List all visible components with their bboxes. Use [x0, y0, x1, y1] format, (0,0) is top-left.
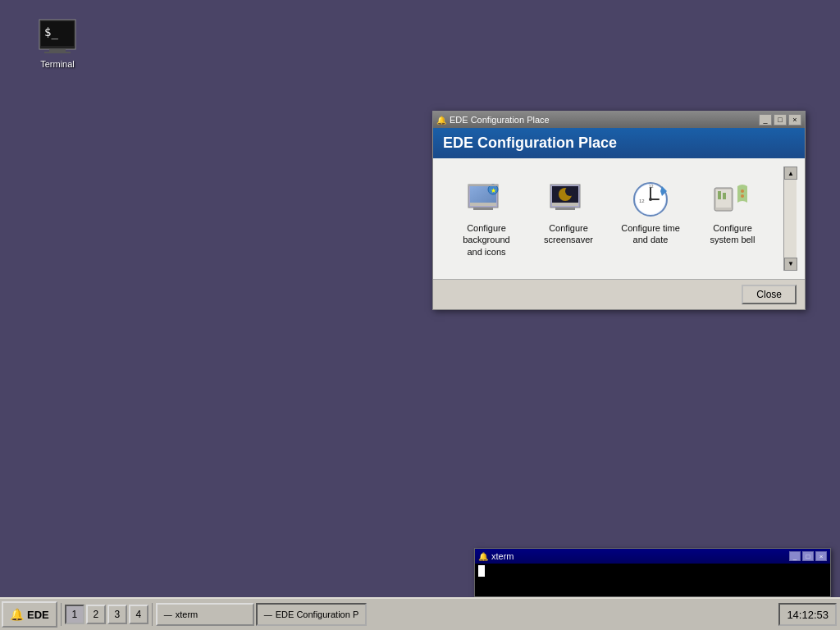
- task-buttons: — xterm — EDE Configuration P: [156, 603, 778, 626]
- scroll-area: ★ Configure background and icons: [441, 167, 783, 271]
- svg-point-16: [565, 186, 575, 196]
- svg-text:★: ★: [491, 187, 496, 194]
- workspace-buttons: 1 2 3 4: [65, 605, 148, 624]
- scroll-down-button[interactable]: ▼: [784, 258, 797, 271]
- terminal-desktop-icon[interactable]: $_ Terminal: [29, 16, 86, 69]
- close-button-titlebar[interactable]: ×: [788, 114, 801, 126]
- start-button[interactable]: 🔔 EDE: [2, 601, 57, 628]
- svg-point-30: [741, 189, 744, 193]
- configure-time-icon[interactable]: 12 12 Configure time and date: [614, 175, 687, 262]
- svg-point-31: [741, 194, 744, 198]
- workspace-2[interactable]: 2: [86, 605, 106, 624]
- close-button[interactable]: Close: [742, 285, 797, 304]
- window-header-title: EDE Configuration Place: [443, 135, 617, 151]
- task-xterm[interactable]: — xterm: [156, 603, 254, 626]
- task-ede-label: EDE Configuration P: [276, 609, 359, 619]
- svg-rect-12: [468, 185, 498, 186]
- xterm-titlebar: 🔔 xterm _ □ ×: [475, 549, 830, 564]
- svg-rect-4: [44, 52, 71, 53]
- scrollbar-thumb[interactable]: [784, 180, 797, 258]
- workspace-4[interactable]: 4: [129, 605, 148, 624]
- taskbar-clock: 14:12:53: [778, 603, 837, 626]
- window-titlebar: 🔔 EDE Configuration Place _ □ ×: [433, 112, 805, 128]
- window-header-bar: EDE Configuration Place: [433, 128, 805, 158]
- xterm-cursor: [478, 565, 485, 577]
- window-title-icon: 🔔: [436, 116, 446, 125]
- task-ede-icon: —: [264, 610, 272, 619]
- svg-text:12: 12: [639, 199, 645, 203]
- xterm-title-icon: 🔔: [478, 552, 488, 561]
- xterm-maximize-button[interactable]: □: [802, 551, 814, 561]
- svg-point-23: [649, 198, 652, 201]
- svg-rect-3: [49, 49, 66, 52]
- xterm-controls: _ □ ×: [789, 551, 827, 561]
- scroll-up-button[interactable]: ▲: [784, 167, 797, 180]
- task-xterm-icon: —: [164, 610, 172, 619]
- xterm-title-text: xterm: [491, 551, 514, 561]
- terminal-icon-label: Terminal: [40, 59, 75, 69]
- taskbar-separator-1: [61, 603, 62, 626]
- configure-background-icon[interactable]: ★ Configure background and icons: [450, 175, 523, 262]
- window-controls: _ □ ×: [759, 114, 801, 126]
- xterm-close-button[interactable]: ×: [815, 551, 827, 561]
- configure-bell-icon[interactable]: Configure system bell: [696, 175, 769, 262]
- xterm-minimize-button[interactable]: _: [789, 551, 801, 561]
- minimize-button[interactable]: _: [759, 114, 772, 126]
- svg-text:$_: $_: [44, 25, 58, 39]
- svg-rect-29: [723, 193, 726, 199]
- svg-rect-8: [470, 203, 496, 206]
- configure-time-label: Configure time and date: [619, 222, 682, 246]
- svg-rect-9: [473, 208, 493, 210]
- xterm-window: 🔔 xterm _ □ ×: [474, 548, 831, 597]
- configure-screensaver-icon[interactable]: Configure screensaver: [532, 175, 605, 262]
- svg-rect-18: [555, 208, 575, 210]
- configure-bell-label: Configure system bell: [701, 222, 765, 246]
- configure-screensaver-label: Configure screensaver: [536, 222, 600, 246]
- configure-background-label: Configure background and icons: [454, 222, 518, 258]
- taskbar-separator-2: [152, 603, 153, 626]
- xterm-content: [475, 564, 830, 596]
- workspace-3[interactable]: 3: [107, 605, 127, 624]
- workspace-1[interactable]: 1: [65, 605, 84, 624]
- terminal-icon-image: $_: [38, 16, 77, 56]
- ede-config-window: 🔔 EDE Configuration Place _ □ × EDE Conf…: [432, 111, 806, 310]
- xterm-title-left: 🔔 xterm: [478, 551, 514, 561]
- svg-text:12: 12: [649, 184, 654, 189]
- task-xterm-label: xterm: [176, 609, 199, 619]
- scrollbar: ▲ ▼: [783, 167, 797, 271]
- maximize-button[interactable]: □: [774, 114, 787, 126]
- window-title-left: 🔔 EDE Configuration Place: [436, 115, 550, 125]
- window-title-text: EDE Configuration Place: [450, 115, 550, 125]
- svg-rect-28: [718, 191, 721, 199]
- start-label: EDE: [27, 609, 49, 621]
- window-footer: Close: [433, 279, 805, 309]
- window-content: ★ Configure background and icons: [433, 158, 805, 279]
- taskbar: 🔔 EDE 1 2 3 4 — xterm — EDE Configuratio…: [0, 597, 840, 630]
- svg-rect-17: [552, 203, 578, 206]
- desktop: $_ Terminal 🔔 EDE Configuration Place _ …: [0, 0, 840, 597]
- config-icons-grid: ★ Configure background and icons: [441, 167, 783, 271]
- start-icon: 🔔: [10, 608, 24, 621]
- task-ede-config[interactable]: — EDE Configuration P: [256, 603, 368, 626]
